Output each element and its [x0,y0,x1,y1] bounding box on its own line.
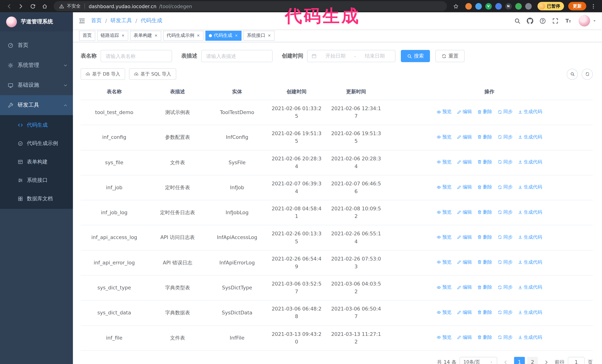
orange-extension-icon[interactable] [465,3,472,10]
address-bar[interactable]: 不安全 dashboard.yudao.iocoder.cn/tool/code… [54,1,447,11]
leaf-extension-icon[interactable] [515,3,522,10]
back-icon[interactable] [4,1,14,11]
close-icon[interactable] [235,34,238,37]
generate-code-link[interactable]: 生成代码 [518,309,542,316]
close-icon[interactable] [196,34,200,37]
reset-button[interactable]: 重置 [435,50,464,62]
edit-link[interactable]: 编辑 [457,158,472,166]
update-button[interactable]: 更新 [568,2,586,10]
delete-link[interactable]: 删除 [477,259,492,266]
prev-page-button[interactable] [500,357,511,364]
generate-code-link[interactable]: 生成代码 [518,259,542,266]
sidebar-item-codegen-example[interactable]: 代码生成示例 [0,134,73,153]
app-logo[interactable]: 芋道管理系统 [0,12,73,31]
tab-home[interactable]: 首页 [79,31,95,41]
sidebar-item-infra[interactable]: 基础设施 [0,75,73,95]
delete-link[interactable]: 删除 [477,209,492,216]
table-desc-input[interactable] [201,50,273,62]
refresh-table-button[interactable] [582,69,593,80]
delete-link[interactable]: 删除 [477,158,492,166]
fullscreen-icon[interactable] [549,15,561,27]
preview-link[interactable]: 预览 [437,234,452,241]
sidebar-item-codegen[interactable]: 代码生成 [0,116,73,134]
import-sql-button[interactable]: 基于 SQL 导入 [129,68,176,80]
kebab-menu-icon[interactable] [588,1,598,11]
delete-link[interactable]: 删除 [477,184,492,191]
generate-code-link[interactable]: 生成代码 [518,158,542,166]
edit-link[interactable]: 编辑 [457,334,472,341]
bookmark-star-icon[interactable] [451,1,461,11]
close-icon[interactable] [268,34,271,37]
preview-link[interactable]: 预览 [437,259,452,266]
page-button-2[interactable]: 2 [527,357,538,364]
generate-code-link[interactable]: 生成代码 [518,134,542,141]
generate-code-link[interactable]: 生成代码 [518,184,542,191]
edit-link[interactable]: 编辑 [457,108,472,115]
page-button-1[interactable]: 1 [514,357,525,364]
sync-link[interactable]: 同步 [497,134,513,141]
delete-link[interactable]: 删除 [477,284,492,291]
sidebar-item-devtools[interactable]: 研发工具 [0,95,73,115]
generate-code-link[interactable]: 生成代码 [518,334,542,341]
breadcrumb-item[interactable]: 首页 [91,17,102,24]
user-menu[interactable] [579,15,597,26]
tab-codegen-example[interactable]: 代码生成示例 [163,31,204,41]
edit-link[interactable]: 编辑 [457,259,472,266]
sidebar-item-home[interactable]: 首页 [0,35,73,55]
preview-link[interactable]: 预览 [437,134,452,141]
sidebar-item-db-doc[interactable]: 数据库文档 [0,190,73,208]
sync-link[interactable]: 同步 [497,309,513,316]
help-icon[interactable] [537,15,549,27]
search-icon[interactable] [511,15,523,27]
close-icon[interactable] [121,34,125,37]
generate-code-link[interactable]: 生成代码 [518,108,542,115]
generate-code-link[interactable]: 生成代码 [518,284,542,291]
edit-link[interactable]: 编辑 [457,234,472,241]
date-range-picker[interactable]: 开始日期 - 结束日期 [307,50,396,62]
sidebar-item-system-api[interactable]: 系统接口 [0,171,73,189]
sync-link[interactable]: 同步 [497,184,513,191]
edit-link[interactable]: 编辑 [457,284,472,291]
sidebar-item-form-builder[interactable]: 表单构建 [0,153,73,171]
sync-link[interactable]: 同步 [497,158,513,166]
table-name-input[interactable] [101,50,172,62]
edit-link[interactable]: 编辑 [457,134,472,141]
github-icon[interactable] [524,15,536,27]
toggle-search-button[interactable] [567,69,578,80]
sync-link[interactable]: 同步 [497,334,513,341]
tab-system-api[interactable]: 系统接口 [243,31,275,41]
delete-link[interactable]: 删除 [477,309,492,316]
sync-link[interactable]: 同步 [497,108,513,115]
preview-link[interactable]: 预览 [437,108,452,115]
generate-code-link[interactable]: 生成代码 [518,209,542,216]
preview-link[interactable]: 预览 [437,184,452,191]
edit-link[interactable]: 编辑 [457,184,472,191]
sync-link[interactable]: 同步 [497,259,513,266]
preview-link[interactable]: 预览 [437,209,452,216]
next-page-button[interactable] [541,357,552,364]
puzzle-extension-icon[interactable] [525,3,531,10]
reload-icon[interactable] [28,1,38,11]
edit-link[interactable]: 编辑 [457,309,472,316]
goto-page-input[interactable] [568,357,585,364]
delete-link[interactable]: 删除 [477,108,492,115]
forward-icon[interactable] [16,1,26,11]
sidebar-item-system[interactable]: 系统管理 [0,55,73,75]
hamburger-icon[interactable] [73,17,91,24]
tab-codegen[interactable]: 代码生成 [205,31,242,41]
green-v-extension-icon[interactable]: V [485,3,492,10]
tab-form-builder[interactable]: 表单构建 [130,31,161,41]
font-size-icon[interactable]: TT [562,15,574,27]
terminal-extension-icon[interactable]: N [505,3,512,10]
page-size-select[interactable]: 10条/页 [460,357,497,364]
preview-link[interactable]: 预览 [437,284,452,291]
delete-link[interactable]: 删除 [477,234,492,241]
preview-link[interactable]: 预览 [437,158,452,166]
delete-link[interactable]: 删除 [477,334,492,341]
import-db-button[interactable]: 基于 DB 导入 [81,68,125,80]
sync-link[interactable]: 同步 [497,284,513,291]
delete-link[interactable]: 删除 [477,134,492,141]
profile-paused-badge[interactable]: 已暂停 [537,2,564,10]
sync-link[interactable]: 同步 [497,234,513,241]
tab-tracer[interactable]: 链路追踪 [97,31,128,41]
